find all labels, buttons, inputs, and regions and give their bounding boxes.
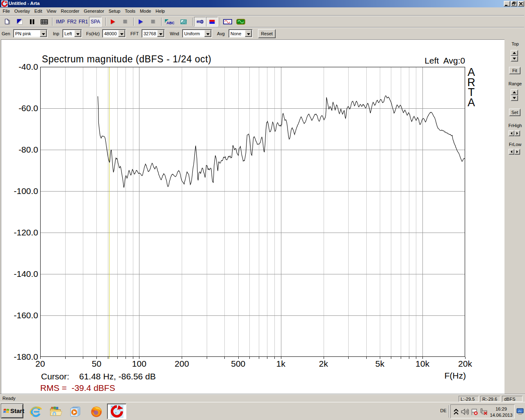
frhigh-spin-right[interactable] bbox=[514, 130, 520, 136]
generator-play-button[interactable] bbox=[135, 17, 146, 27]
frlow-spin-right[interactable] bbox=[514, 149, 520, 155]
generator-setup-button[interactable] bbox=[235, 17, 247, 27]
channel-avg-label: Left Avg:0 bbox=[383, 56, 465, 66]
set-button[interactable]: Set bbox=[509, 109, 520, 116]
status-cell-left-level: L:-29.5 bbox=[459, 396, 479, 402]
tray-offline-flag-icon[interactable] bbox=[470, 408, 479, 415]
minimize-button[interactable] bbox=[504, 1, 510, 7]
wnd-label: Wnd bbox=[170, 28, 179, 39]
screen: {"window":{"title":"Untitled - Arta","bu… bbox=[0, 0, 525, 420]
dropdown-arrow-icon[interactable] bbox=[40, 30, 47, 37]
top-label: Top bbox=[505, 41, 525, 46]
start-button[interactable]: Start bbox=[1, 404, 23, 418]
gen-label: Gen bbox=[2, 28, 10, 39]
signal-window-button[interactable] bbox=[221, 17, 234, 27]
menu-item-tools[interactable]: Tools bbox=[123, 7, 138, 15]
table-view-button[interactable] bbox=[39, 17, 50, 27]
menu-item-recorder[interactable]: Recorder bbox=[59, 7, 82, 15]
record-stop-icon bbox=[122, 18, 128, 25]
menu-item-overlay[interactable]: Overlay bbox=[12, 7, 32, 15]
menu-item-edit[interactable]: Edit bbox=[32, 7, 44, 15]
menu-item-file[interactable]: File bbox=[0, 7, 12, 15]
overlay-button[interactable] bbox=[14, 17, 25, 27]
range-spin-up[interactable] bbox=[511, 89, 518, 95]
fs-combobox[interactable]: 48000 bbox=[102, 29, 126, 38]
new-document-button[interactable] bbox=[2, 17, 13, 27]
inp-value: Left bbox=[64, 31, 72, 37]
mode-button-fr1[interactable]: FR1 bbox=[78, 17, 89, 27]
mode-button-spa[interactable]: SPA bbox=[89, 17, 102, 27]
tray-language-indicator[interactable]: DE bbox=[438, 408, 449, 413]
arta-icon bbox=[110, 405, 123, 418]
x-tick-label: 10k bbox=[406, 359, 439, 369]
spectrum-chart[interactable] bbox=[37, 65, 468, 361]
tray-date: 14.06.2013 bbox=[488, 412, 514, 418]
tray-chevron-icon[interactable] bbox=[453, 408, 459, 415]
start-button-label: Start bbox=[10, 404, 24, 418]
wnd-combobox[interactable]: Uniform bbox=[182, 29, 212, 38]
microphone-toggle-button[interactable] bbox=[194, 17, 206, 27]
data-table-icon bbox=[41, 18, 48, 25]
menu-item-help[interactable]: Help bbox=[153, 7, 167, 15]
new-document-icon bbox=[4, 18, 11, 25]
status-bar: Ready L:-29.5 R:-29.6 dBFS bbox=[0, 394, 525, 402]
reset-button[interactable]: Reset bbox=[258, 29, 276, 38]
tray-display-icon[interactable] bbox=[516, 408, 524, 415]
dropdown-arrow-icon[interactable] bbox=[118, 30, 125, 37]
range-spin-down[interactable] bbox=[511, 95, 518, 101]
file-explorer-icon[interactable] bbox=[49, 406, 62, 418]
dropdown-arrow-icon[interactable] bbox=[204, 30, 211, 37]
frhigh-label: FrHigh bbox=[505, 123, 525, 128]
record-play-button[interactable] bbox=[107, 17, 118, 27]
calibrate-button[interactable]: ABC bbox=[163, 17, 176, 27]
tray-network-disconnected-icon[interactable] bbox=[480, 408, 488, 415]
avg-combobox[interactable]: None bbox=[228, 29, 253, 38]
dropdown-arrow-icon[interactable] bbox=[157, 30, 164, 37]
frlow-label: FrLow bbox=[505, 142, 525, 147]
firefox-icon[interactable] bbox=[90, 406, 103, 418]
diagonal-stripes-icon bbox=[180, 18, 187, 25]
menu-item-mode[interactable]: Mode bbox=[137, 7, 153, 15]
dropdown-arrow-icon[interactable] bbox=[245, 30, 252, 37]
inp-combobox[interactable]: Left bbox=[62, 29, 82, 38]
mode-button-fr2[interactable]: FR2 bbox=[66, 17, 78, 27]
pause-view-button[interactable] bbox=[27, 17, 37, 27]
status-cell-right-level: R:-29.6 bbox=[480, 396, 500, 402]
record-play-red-icon bbox=[110, 18, 116, 25]
y-tick-label: -160.0 bbox=[0, 311, 38, 320]
fit-button[interactable]: Fit bbox=[509, 67, 520, 74]
frhigh-spin-left[interactable] bbox=[509, 130, 514, 136]
generator-stop-button[interactable] bbox=[148, 17, 158, 27]
tray-clock[interactable]: 16:29 14.06.2013 bbox=[488, 406, 514, 418]
top-spin-up[interactable] bbox=[511, 50, 518, 56]
menu-item-setup[interactable]: Setup bbox=[106, 7, 123, 15]
title-bar[interactable]: Untitled - Arta bbox=[0, 0, 525, 7]
cursor-readout-label: Cursor: bbox=[41, 372, 69, 381]
menu-item-generator[interactable]: Generator bbox=[82, 7, 106, 15]
internet-explorer-icon[interactable] bbox=[30, 406, 42, 418]
generator-stop-icon bbox=[150, 18, 156, 25]
media-player-icon[interactable] bbox=[69, 406, 82, 418]
gen-combobox[interactable]: PN pink bbox=[13, 29, 48, 38]
dropdown-arrow-icon[interactable] bbox=[74, 30, 81, 37]
arta-taskbar-button[interactable] bbox=[107, 404, 126, 419]
mode-button-imp[interactable]: IMP bbox=[55, 17, 66, 27]
status-cell-units: dBFS bbox=[502, 396, 523, 402]
toolbar-separator bbox=[105, 18, 106, 26]
microphone-icon bbox=[196, 18, 204, 25]
spectrum-view-toggle-button[interactable] bbox=[206, 17, 218, 27]
fs-label: Fs(Hz) bbox=[86, 28, 100, 39]
record-stop-button[interactable] bbox=[120, 17, 130, 27]
fft-combobox[interactable]: 32768 bbox=[142, 29, 165, 38]
frlow-spin-left[interactable] bbox=[509, 149, 514, 155]
controls-bar: Gen PN pink Inp Left Fs(Hz) 48000 FFT 32… bbox=[0, 28, 525, 39]
tray-volume-icon[interactable] bbox=[461, 408, 469, 415]
close-button[interactable] bbox=[518, 1, 524, 7]
top-spin-down[interactable] bbox=[511, 56, 518, 62]
y-tick-label: -100.0 bbox=[0, 187, 38, 196]
stripes-view-button[interactable] bbox=[177, 17, 189, 27]
y-tick-label: -60.0 bbox=[0, 104, 38, 113]
menu-item-view[interactable]: View bbox=[44, 7, 59, 15]
restore-button[interactable] bbox=[511, 1, 517, 7]
range-label: Range bbox=[505, 81, 525, 86]
